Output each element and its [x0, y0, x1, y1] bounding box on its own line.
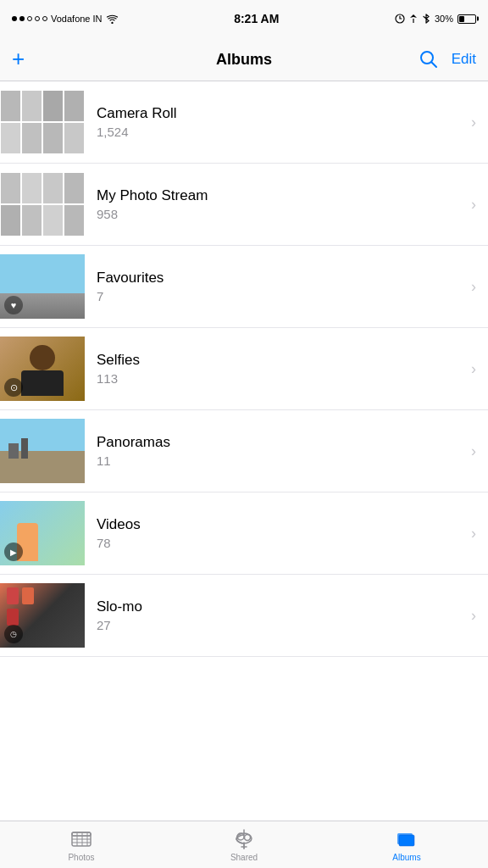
carrier-text: Vodafone IN: [51, 14, 103, 24]
album-item-selfies[interactable]: ⊙ Selfies 113 ›: [0, 328, 488, 410]
album-count-selfies: 113: [97, 371, 464, 386]
album-info-camera-roll: Camera Roll 1,524: [97, 105, 464, 139]
album-name-favourites: Favourites: [97, 270, 464, 287]
chevron-icon-photo-stream: ›: [471, 196, 476, 214]
wifi-icon: [106, 14, 119, 24]
bluetooth-icon: [422, 14, 430, 24]
heart-icon: ♥: [4, 296, 23, 314]
album-item-slomo[interactable]: ◷ Slo-mo 27 ›: [0, 575, 488, 657]
chevron-icon-favourites: ›: [471, 278, 476, 296]
slomo-icon: ◷: [4, 625, 23, 643]
search-icon[interactable]: [419, 50, 438, 69]
shared-tab-icon: [233, 828, 255, 850]
album-info-videos: Videos 78: [97, 516, 464, 550]
add-album-button[interactable]: +: [12, 46, 25, 72]
album-thumb-camera-roll: [0, 90, 85, 154]
status-left: Vodafone IN: [12, 14, 119, 24]
album-count-panoramas: 11: [97, 453, 464, 468]
albums-tab-label: Albums: [392, 853, 420, 862]
status-bar: Vodafone IN 8:21 AM 30%: [0, 0, 488, 37]
album-info-slomo: Slo-mo 27: [97, 598, 464, 632]
album-count-favourites: 7: [97, 289, 464, 303]
album-name-selfies: Selfies: [97, 352, 464, 369]
svg-point-16: [245, 834, 251, 840]
svg-rect-21: [401, 837, 413, 845]
album-name-photo-stream: My Photo Stream: [97, 187, 464, 204]
video-icon: ▶: [4, 542, 23, 561]
chevron-icon-camera-roll: ›: [471, 114, 476, 131]
album-thumb-photo-stream: [0, 172, 85, 236]
location-icon: [409, 14, 418, 24]
album-info-panoramas: Panoramas 11: [97, 434, 464, 468]
albums-tab-icon: [396, 828, 418, 850]
album-info-selfies: Selfies 113: [97, 352, 464, 386]
chevron-icon-panoramas: ›: [471, 442, 476, 460]
dot-3: [27, 16, 32, 21]
edit-button[interactable]: Edit: [452, 51, 476, 68]
svg-rect-4: [72, 832, 91, 836]
album-info-favourites: Favourites 7: [97, 270, 464, 303]
album-item-favourites[interactable]: ♥ Favourites 7 ›: [0, 246, 488, 328]
album-name-videos: Videos: [97, 516, 464, 533]
page-title: Albums: [216, 37, 272, 81]
album-item-videos[interactable]: ▶ Videos 78 ›: [0, 492, 488, 575]
dot-5: [42, 16, 47, 21]
dot-1: [12, 16, 17, 21]
tab-bar: Photos Shared: [0, 821, 488, 868]
album-count-videos: 78: [97, 536, 464, 550]
lock-rotation-icon: [395, 14, 405, 24]
tab-shared[interactable]: Shared: [163, 828, 325, 862]
tab-albums[interactable]: Albums: [325, 828, 488, 862]
dot-2: [19, 16, 25, 21]
album-thumb-panoramas: [0, 419, 85, 483]
battery-indicator: [458, 14, 476, 24]
dot-4: [35, 16, 40, 21]
album-name-slomo: Slo-mo: [97, 598, 464, 615]
album-count-camera-roll: 1,524: [97, 125, 464, 139]
album-item-camera-roll[interactable]: Camera Roll 1,524 ›: [0, 81, 488, 164]
shared-tab-label: Shared: [230, 853, 258, 862]
chevron-icon-slomo: ›: [471, 607, 476, 625]
album-info-photo-stream: My Photo Stream 958: [97, 187, 464, 221]
album-count-slomo: 27: [97, 618, 464, 632]
nav-right-buttons: Edit: [419, 50, 476, 69]
status-right: 30%: [395, 14, 476, 24]
album-item-photo-stream[interactable]: My Photo Stream 958 ›: [0, 164, 488, 246]
signal-dots: [12, 16, 47, 21]
battery-text: 30%: [435, 14, 453, 24]
svg-line-2: [431, 62, 436, 67]
chevron-icon-selfies: ›: [471, 360, 476, 378]
album-thumb-selfies: ⊙: [0, 337, 85, 401]
album-list: Camera Roll 1,524 › My Photo Strea: [0, 81, 488, 821]
album-thumb-favourites: ♥: [0, 254, 85, 319]
album-count-photo-stream: 958: [97, 207, 464, 221]
album-name-camera-roll: Camera Roll: [97, 105, 464, 122]
photos-tab-icon: [70, 828, 92, 850]
album-thumb-videos: ▶: [0, 501, 85, 565]
album-name-panoramas: Panoramas: [97, 434, 464, 451]
photos-tab-label: Photos: [68, 853, 94, 862]
status-time: 8:21 AM: [234, 12, 279, 25]
chevron-icon-videos: ›: [471, 525, 476, 542]
album-thumb-slomo: ◷: [0, 583, 85, 648]
nav-bar: + Albums Edit: [0, 37, 488, 81]
tab-photos[interactable]: Photos: [0, 828, 163, 862]
selfie-camera-icon: ⊙: [4, 378, 23, 397]
album-item-panoramas[interactable]: Panoramas 11 ›: [0, 410, 488, 492]
